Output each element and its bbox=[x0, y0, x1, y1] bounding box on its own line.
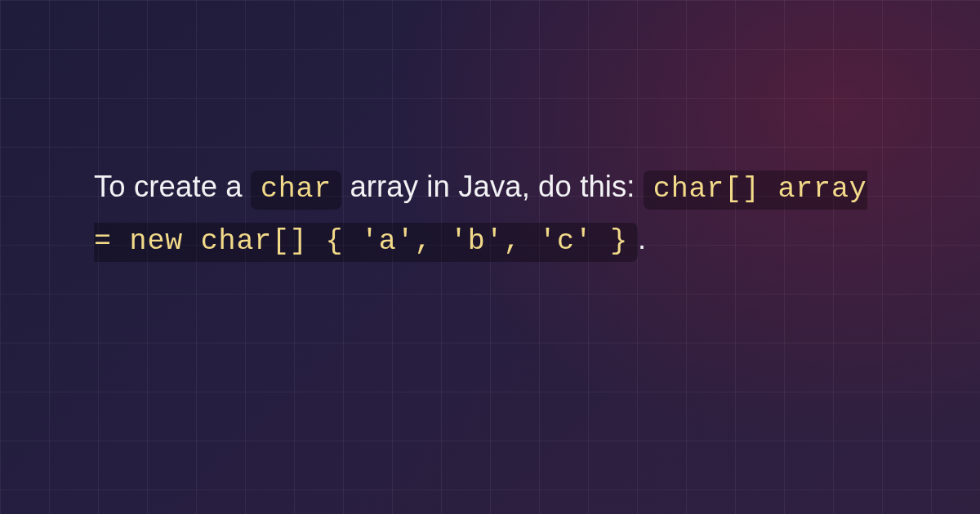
description-text: To create a char array in Java, do this:… bbox=[94, 162, 886, 266]
inline-code-char: char bbox=[251, 171, 341, 210]
text-segment: array in Java, do this: bbox=[350, 170, 643, 203]
text-segment: . bbox=[638, 222, 646, 255]
text-segment: To create a bbox=[94, 170, 251, 203]
card-background: To create a char array in Java, do this:… bbox=[0, 0, 980, 514]
